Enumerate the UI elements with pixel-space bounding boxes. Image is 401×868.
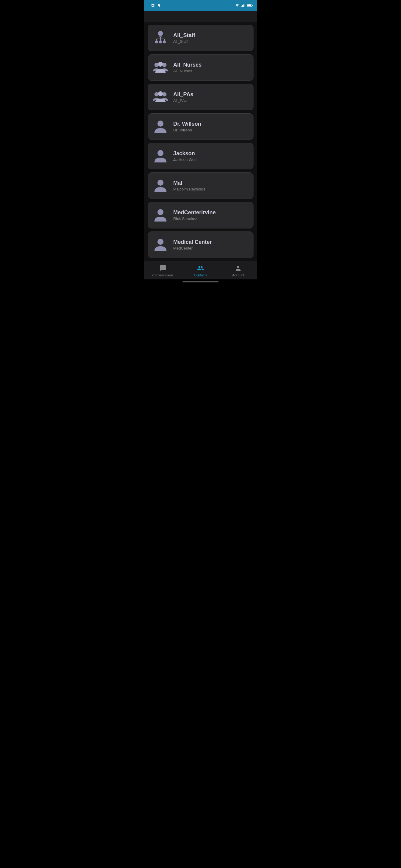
svg-point-22: [158, 91, 163, 96]
contact-info: Mal Malcolm Reynolds: [173, 180, 205, 191]
svg-rect-1: [242, 5, 243, 7]
svg-rect-6: [252, 5, 253, 6]
contact-detail: MedCenter: [173, 246, 212, 250]
contact-card-medical-center[interactable]: Medical Center MedCenter: [148, 231, 254, 258]
contact-avatar: [152, 148, 169, 164]
contact-info: All_Nurses All_Nurses: [173, 62, 202, 73]
hierarchy-avatar-icon: [152, 30, 169, 46]
signal-icon: [241, 4, 245, 7]
svg-point-19: [158, 62, 163, 67]
svg-rect-8: [159, 36, 162, 37]
contact-card-all-pas[interactable]: All_PAs All_PAs: [148, 84, 254, 110]
bottom-nav: Conversations Contacts Account: [144, 261, 257, 279]
contact-name: MedCenterIrvine: [173, 210, 216, 216]
svg-rect-0: [241, 6, 242, 7]
home-indicator: [144, 279, 257, 285]
svg-point-14: [155, 40, 158, 43]
svg-point-18: [162, 63, 166, 67]
contact-detail: All_Nurses: [173, 69, 202, 73]
app-header: [144, 11, 257, 22]
account-icon: [235, 265, 242, 272]
contact-card-jackson[interactable]: Jackson Jackson West: [148, 143, 254, 169]
menu-button[interactable]: [247, 15, 252, 18]
contact-card-mal[interactable]: Mal Malcolm Reynolds: [148, 173, 254, 199]
contact-name: All_Nurses: [173, 62, 202, 68]
status-bar: [144, 0, 257, 11]
svg-point-26: [158, 209, 164, 215]
location-icon: [158, 3, 161, 7]
contact-card-dr-willson[interactable]: Dr. Willson Dr. Willson: [148, 113, 254, 140]
contact-detail: Dr. Willson: [173, 128, 201, 132]
svg-point-15: [159, 40, 162, 43]
contact-detail: Malcolm Reynolds: [173, 187, 205, 191]
battery-icon: [247, 4, 253, 7]
svg-point-25: [158, 180, 164, 186]
contact-card-all-nurses[interactable]: All_Nurses All_Nurses: [148, 54, 254, 81]
person-avatar-icon: [152, 148, 169, 164]
contact-info: All_Staff All_Staff: [173, 32, 195, 44]
nav-icon-conversations: [159, 264, 167, 272]
contact-name: Jackson: [173, 150, 198, 157]
svg-point-24: [158, 150, 164, 156]
svg-rect-2: [243, 4, 243, 7]
group-avatar-icon: [152, 59, 169, 76]
contact-detail: All_Staff: [173, 39, 195, 44]
contact-name: All_Staff: [173, 32, 195, 38]
svg-rect-5: [247, 4, 251, 6]
svg-point-17: [155, 63, 159, 67]
contact-avatar: [152, 59, 169, 76]
nav-icon-contacts: [197, 264, 204, 272]
settings-icon: [151, 3, 155, 7]
person-avatar-icon: [152, 207, 169, 223]
contact-avatar: [152, 178, 169, 194]
person-avatar-icon: [152, 178, 169, 194]
status-right: [235, 4, 253, 7]
contact-name: Dr. Willson: [173, 121, 201, 127]
chat-icon: [159, 265, 166, 272]
svg-point-27: [158, 239, 164, 245]
nav-label-conversations: Conversations: [152, 273, 173, 277]
contact-name: Medical Center: [173, 239, 212, 245]
svg-point-21: [162, 92, 166, 96]
nav-icon-account: [234, 264, 242, 272]
wifi-icon: [235, 4, 240, 7]
contact-info: All_PAs All_PAs: [173, 91, 194, 103]
nav-label-account: Account: [232, 273, 244, 277]
contact-card-all-staff[interactable]: All_Staff All_Staff: [148, 25, 254, 51]
contact-detail: Rick Sanchez: [173, 216, 216, 221]
contact-avatar: [152, 30, 169, 46]
contact-avatar: [152, 89, 169, 105]
contact-avatar: [152, 207, 169, 223]
contact-info: Dr. Willson Dr. Willson: [173, 121, 201, 132]
contact-info: MedCenterIrvine Rick Sanchez: [173, 210, 216, 221]
contacts-icon: [197, 265, 204, 272]
status-left: [148, 3, 161, 7]
contact-name: Mal: [173, 180, 205, 186]
nav-item-account[interactable]: Account: [220, 261, 257, 279]
contact-detail: All_PAs: [173, 98, 194, 103]
svg-point-16: [163, 40, 166, 43]
person-avatar-icon: [152, 237, 169, 253]
person-avatar-icon: [152, 119, 169, 135]
nav-item-contacts[interactable]: Contacts: [182, 261, 220, 279]
svg-point-7: [158, 31, 163, 36]
nav-item-conversations[interactable]: Conversations: [144, 261, 182, 279]
contacts-list: All_Staff All_Staff All_Nurses All_Nurse…: [144, 22, 257, 261]
contact-detail: Jackson West: [173, 157, 198, 162]
contact-avatar: [152, 119, 169, 135]
group-avatar-icon: [152, 89, 169, 105]
contact-avatar: [152, 237, 169, 253]
svg-point-23: [158, 121, 164, 127]
svg-point-20: [155, 92, 159, 96]
contact-info: Medical Center MedCenter: [173, 239, 212, 250]
home-bar: [182, 281, 219, 282]
contact-info: Jackson Jackson West: [173, 150, 198, 162]
svg-rect-3: [243, 4, 244, 7]
contact-card-medcenter-irvine[interactable]: MedCenterIrvine Rick Sanchez: [148, 202, 254, 228]
nav-label-contacts: Contacts: [194, 273, 207, 277]
contact-name: All_PAs: [173, 91, 194, 98]
